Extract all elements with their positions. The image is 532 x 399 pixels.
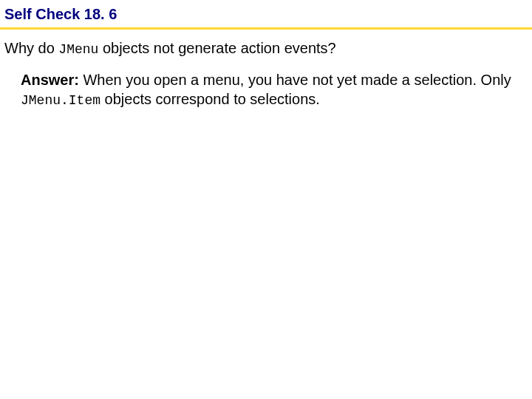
slide-header: Self Check 18. 6: [0, 0, 532, 26]
question-code: JMenu: [58, 42, 98, 57]
slide-title: Self Check 18. 6: [4, 6, 528, 23]
question-suffix: objects not generate action events?: [98, 40, 335, 56]
answer-text-before: When you open a menu, you have not yet m…: [79, 72, 511, 88]
answer-code: JMenu.Item: [21, 93, 100, 108]
answer-block: Answer: When you open a menu, you have n…: [0, 58, 532, 109]
answer-label: Answer:: [21, 72, 79, 88]
question-text: Why do JMenu objects not generate action…: [0, 30, 532, 58]
answer-text-after: objects correspond to selections.: [100, 91, 320, 107]
question-prefix: Why do: [4, 40, 58, 56]
